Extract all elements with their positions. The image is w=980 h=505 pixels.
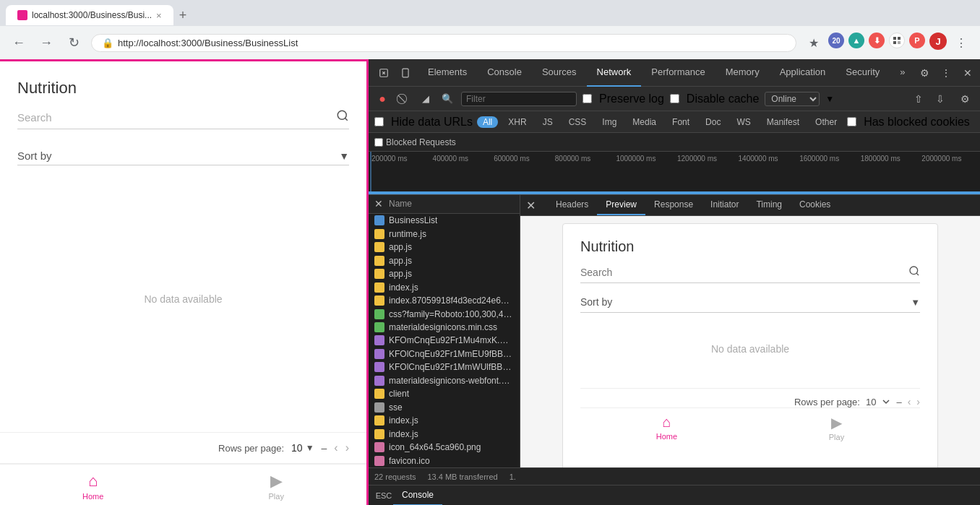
preserve-log-checkbox[interactable]: Preserve log	[583, 92, 664, 105]
file-item-woff2[interactable]: KFOlCnqEu92Fr1MmEU9fBBc4.woff	[369, 348, 520, 361]
file-item-mdi-woff[interactable]: materialdesignicons-webfont.woff2	[369, 374, 520, 387]
file-name: index.js	[389, 282, 418, 293]
hide-data-urls-check[interactable]	[374, 117, 384, 126]
export-har-button[interactable]: ⇩	[931, 90, 950, 108]
tab-sources[interactable]: Sources	[532, 59, 587, 87]
sort-by-dropdown[interactable]: Sort by ▼	[17, 150, 349, 165]
browser-tab-active[interactable]: localhost:3000/Business/Busi... ×	[6, 5, 173, 25]
file-item-app3[interactable]: app.js	[369, 267, 520, 280]
tab-application[interactable]: Application	[770, 59, 836, 87]
throttle-select[interactable]: Online Offline Slow 3G Fast 3G	[765, 92, 820, 106]
address-bar[interactable]: 🔒 http://localhost:3000/Business/Busines…	[91, 34, 796, 52]
hide-data-urls-checkbox[interactable]: Hide data URLs	[374, 116, 473, 129]
bottom-nav-play[interactable]: ▶ Play	[269, 472, 284, 501]
ext-icon-5[interactable]: P	[909, 33, 925, 48]
file-item-favicon[interactable]: favicon.ico	[369, 454, 520, 467]
filter-tag-manifest[interactable]: Manifest	[761, 116, 805, 128]
filter-input[interactable]	[461, 92, 577, 106]
prev-page-button[interactable]: ‹	[334, 441, 338, 454]
close-devtools-button[interactable]: ✕	[958, 64, 977, 82]
bookmark-button[interactable]: ★	[804, 33, 824, 53]
has-blocked-cookies-checkbox[interactable]: Has blocked cookies	[847, 116, 970, 129]
tab-security[interactable]: Security	[835, 59, 890, 87]
search-button[interactable]	[336, 109, 349, 126]
tab-console[interactable]: Console	[477, 59, 532, 87]
file-item-businesslist[interactable]: BusinessList	[369, 214, 520, 227]
ext-icon-3[interactable]: ⬇	[869, 33, 885, 48]
filter-tag-xhr[interactable]: XHR	[502, 116, 532, 128]
preserve-log-check[interactable]	[583, 94, 592, 103]
filter-tag-css[interactable]: CSS	[563, 116, 593, 128]
file-item-index1[interactable]: index.js	[369, 280, 520, 293]
file-item-icon-png[interactable]: icon_64x64.5ca960.png	[369, 441, 520, 454]
clear-button[interactable]: ⃠	[396, 91, 412, 107]
svg-rect-7	[403, 69, 408, 77]
filter-tag-other[interactable]: Other	[809, 116, 843, 128]
devtools-more-button[interactable]: ⋮	[937, 64, 955, 82]
import-har-button[interactable]: ⇧	[909, 90, 928, 108]
page-size-select[interactable]: 10 ▼	[291, 442, 314, 454]
file-item-index-hash[interactable]: index.87059918f4d3ecd24e6b.hot-.	[369, 294, 520, 307]
file-item-woff3[interactable]: KFOlCnqEu92Fr1MmWUlfBBc4.woff	[369, 361, 520, 374]
tab-more[interactable]: »	[890, 59, 915, 87]
record-button[interactable]: ●	[374, 91, 390, 107]
preview-scroll[interactable]: Nutrition Sort by ▼ N	[520, 216, 980, 467]
filter-tag-ws[interactable]: WS	[731, 116, 756, 128]
next-page-button[interactable]: ›	[345, 441, 349, 454]
blocked-requests-check[interactable]	[374, 138, 383, 147]
reload-button[interactable]: ↻	[64, 33, 84, 53]
file-item-index3[interactable]: index.js	[369, 428, 520, 441]
file-item-runtime[interactable]: runtime.js	[369, 227, 520, 240]
detail-tab-cookies[interactable]: Cookies	[791, 195, 839, 215]
file-item-css-roboto[interactable]: css?family=Roboto:100,300,400,50.	[369, 307, 520, 320]
bottom-nav-home[interactable]: ⌂ Home	[82, 472, 103, 501]
filter-toggle-button[interactable]: ◢	[418, 91, 434, 107]
filter-tag-font[interactable]: Font	[666, 116, 695, 128]
detail-tab-response[interactable]: Response	[645, 195, 702, 215]
file-item-mdi-css[interactable]: materialdesignicons.min.css	[369, 321, 520, 334]
forward-button[interactable]: →	[36, 33, 56, 53]
user-avatar[interactable]: J	[929, 33, 947, 50]
tab-performance[interactable]: Performance	[641, 59, 715, 87]
file-item-sse[interactable]: sse	[369, 401, 520, 414]
ext-icon-2[interactable]: ▲	[848, 33, 864, 48]
console-tab[interactable]: Console	[393, 485, 442, 506]
file-item-woff1[interactable]: KFOmCnqEu92Fr1Mu4mxK.woff2	[369, 334, 520, 347]
tab-close-btn[interactable]: ×	[156, 10, 162, 21]
search-network-button[interactable]: 🔍	[439, 91, 455, 107]
tab-memory[interactable]: Memory	[715, 59, 770, 87]
file-item-app1[interactable]: app.js	[369, 241, 520, 254]
network-settings-button[interactable]: ⚙	[955, 90, 974, 108]
tab-network[interactable]: Network	[587, 59, 642, 87]
detail-close-button[interactable]: ✕	[520, 195, 541, 215]
detail-tab-initiator[interactable]: Initiator	[702, 195, 747, 215]
filter-tag-media[interactable]: Media	[627, 116, 662, 128]
back-button[interactable]: ←	[9, 33, 29, 53]
filter-tag-img[interactable]: Img	[596, 116, 622, 128]
panel-close-button[interactable]: ✕	[374, 198, 383, 210]
file-item-app2[interactable]: app.js	[369, 254, 520, 267]
device-toolbar-button[interactable]	[396, 64, 415, 82]
inspect-element-button[interactable]	[374, 64, 393, 82]
settings-button[interactable]: ⚙	[915, 64, 934, 82]
ext-icon-1[interactable]: 20	[828, 33, 844, 48]
detail-tab-timing[interactable]: Timing	[747, 195, 791, 215]
filter-tag-all[interactable]: All	[477, 116, 498, 128]
file-item-index2[interactable]: index.js	[369, 414, 520, 427]
disable-cache-check[interactable]	[670, 94, 679, 103]
tab-elements[interactable]: Elements	[418, 59, 477, 87]
ext-icon-4[interactable]	[889, 33, 905, 48]
file-item-client[interactable]: client	[369, 387, 520, 400]
filter-tag-doc[interactable]: Doc	[700, 116, 726, 128]
search-input[interactable]	[17, 111, 336, 124]
svg-rect-3	[898, 41, 901, 44]
console-escape-button[interactable]: ESC	[374, 486, 393, 505]
detail-tab-headers[interactable]: Headers	[547, 195, 597, 215]
new-tab-button[interactable]: +	[176, 8, 190, 23]
disable-cache-checkbox[interactable]: Disable cache	[670, 92, 760, 105]
has-blocked-cookies-check[interactable]	[847, 117, 856, 126]
search-bar[interactable]	[17, 109, 349, 129]
filter-tag-js[interactable]: JS	[537, 116, 559, 128]
detail-tab-preview[interactable]: Preview	[597, 195, 645, 215]
menu-button[interactable]: ⋮	[951, 33, 971, 53]
